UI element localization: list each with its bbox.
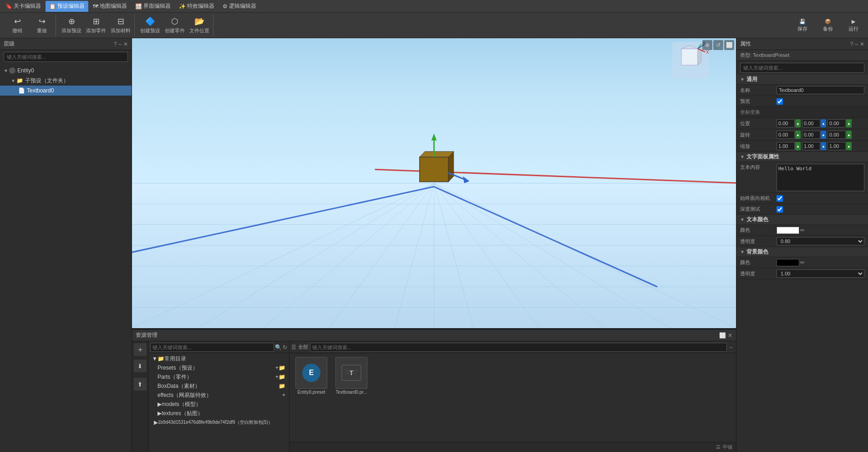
viewport-scene (132, 38, 736, 328)
text-color-swatch[interactable] (777, 227, 799, 234)
add-part-button[interactable]: ⊞ 添加零件 (84, 15, 108, 36)
scale-x-input[interactable] (777, 142, 795, 150)
position-z-up-btn[interactable]: ▲ (846, 119, 852, 127)
undo-button[interactable]: ↩ 撤销 (5, 15, 29, 36)
textboard-icon: 📄 (18, 87, 25, 94)
rotation-x-up-btn[interactable]: ▲ (795, 131, 801, 139)
ui-icon: 🪟 (135, 3, 142, 10)
asset-new-button[interactable]: ＋ (134, 343, 147, 356)
props-preview-value (777, 98, 864, 105)
tree-folder-icon: 📁 (157, 356, 164, 362)
asset-import-button[interactable]: ⬇ (134, 360, 147, 372)
save-button[interactable]: 💾 保存 (792, 15, 813, 36)
tree-item-entity0[interactable]: ▼ Entity0 (0, 66, 132, 76)
tree-item-textboard0[interactable]: 📄 Textboard0 (0, 86, 132, 96)
svg-text:T: T (350, 369, 354, 376)
props-help-button[interactable]: ? (850, 41, 853, 47)
menu-tab-effect[interactable]: ✨ 特效编辑器 (175, 1, 218, 12)
asset-tree-boxdata[interactable]: BoxData（素材） 📁 (148, 381, 289, 391)
scale-z-up-btn[interactable]: ▲ (846, 142, 852, 150)
run-icon: ▶ (852, 19, 855, 25)
scale-y-up-btn[interactable]: ▲ (821, 142, 826, 150)
props-minimize-button[interactable]: – (855, 41, 858, 47)
presets-add-icon: + (275, 365, 279, 371)
viewport-refresh-button[interactable]: ↺ (713, 40, 723, 50)
asset-filter-button[interactable]: 🔍 (275, 344, 282, 350)
create-part-button[interactable]: ⬡ 创建零件 (163, 15, 187, 36)
depth-test-checkbox[interactable] (777, 206, 783, 213)
preview-checkbox[interactable] (777, 98, 783, 105)
rotation-y-up-btn[interactable]: ▲ (821, 131, 826, 139)
asset-manager-maximize-button[interactable]: ⬜ (719, 332, 726, 339)
text-color-picker-icon[interactable]: ✏ (800, 227, 805, 234)
asset-manager-close-button[interactable]: ✕ (728, 332, 732, 339)
bg-color-swatch[interactable] (777, 259, 799, 266)
asset-tree-addon[interactable]: ▶ 1b9d43d1531e476d8fe49b9de74f2df9（空白附加包… (148, 418, 289, 427)
viewport[interactable]: Y X Z ⊕ ↺ ⬜ (132, 38, 736, 329)
backup-button[interactable]: 📦 备份 (817, 15, 839, 36)
rotation-z-up-btn[interactable]: ▲ (846, 131, 852, 139)
asset-right-search-input[interactable] (310, 343, 727, 352)
asset-tree-effects[interactable]: effects（网易版特效） + (148, 391, 289, 400)
position-y-input[interactable] (802, 119, 820, 127)
asset-back-button[interactable]: ← (729, 344, 734, 350)
props-section-textboard[interactable]: ▼ 文字面板属性 (736, 152, 868, 162)
file-location-button[interactable]: 📂 文件位置 (188, 15, 211, 36)
asset-right-toolbar: ☰ 全部 ← (289, 341, 736, 353)
asset-left-tree: 🔍 ↻ ▼ 📁 常用目录 Presets（预设） + 📁 (148, 341, 289, 452)
rotation-y-input[interactable] (802, 131, 820, 139)
props-search-input[interactable] (740, 63, 864, 73)
entity0-icon (9, 67, 15, 74)
menu-tab-bookmark[interactable]: 🔖 关卡编辑器 (2, 1, 45, 12)
add-preset-button[interactable]: ⊕ 添加预设 (60, 15, 83, 36)
asset-tree-common[interactable]: ▼ 📁 常用目录 (148, 354, 289, 363)
asset-item-textboard0[interactable]: T Textboard0.pr... (333, 357, 370, 438)
scale-z-input[interactable] (827, 142, 846, 150)
hierarchy-minimize-button[interactable]: – (118, 41, 122, 47)
text-opacity-select[interactable]: 0.80 (777, 237, 864, 245)
redo-button[interactable]: ↪ 重做 (30, 15, 54, 36)
position-y-up-btn[interactable]: ▲ (821, 119, 826, 127)
position-x-input[interactable] (777, 119, 795, 127)
asset-filter-all-button[interactable]: ☰ (291, 344, 296, 350)
asset-tree-search-input[interactable] (150, 343, 274, 352)
menu-tab-ui[interactable]: 🪟 界面编辑器 (132, 1, 174, 12)
addon-arrow: ▶ (154, 419, 158, 426)
always-face-camera-checkbox[interactable] (777, 195, 783, 202)
name-input[interactable] (777, 86, 864, 94)
scale-y-input[interactable] (802, 142, 820, 150)
asset-export-button[interactable]: ⬆ (134, 378, 147, 391)
rotation-x-input[interactable] (777, 131, 795, 139)
asset-tree-models[interactable]: ▶ models（模型） (148, 400, 289, 409)
menu-tab-preset[interactable]: 📋 预设编辑器 (46, 1, 88, 12)
viewport-maximize-button[interactable]: ⬜ (724, 40, 734, 50)
asset-tree-presets[interactable]: Presets（预设） + 📁 (148, 363, 289, 372)
asset-tree-textures[interactable]: ▶ textures（贴图） (148, 409, 289, 418)
run-button[interactable]: ▶ 运行 (843, 15, 864, 36)
props-section-general[interactable]: ▼ 通用 (736, 75, 868, 85)
props-section-text-color[interactable]: ▼ 文本颜色 (736, 215, 868, 225)
menu-tab-logic[interactable]: ⚙ 逻辑编辑器 (219, 1, 260, 12)
create-preset-button[interactable]: 🔷 创建预设 (138, 15, 162, 36)
text-content-textarea[interactable]: Hello World (777, 164, 864, 191)
menu-tab-map[interactable]: 🗺 地图编辑器 (89, 1, 131, 12)
props-section-bg-color[interactable]: ▼ 背景颜色 (736, 247, 868, 257)
scale-x-up-btn[interactable]: ▲ (795, 142, 801, 150)
hierarchy-help-button[interactable]: ? (114, 41, 117, 47)
hierarchy-search-input[interactable] (4, 52, 128, 62)
bg-opacity-select[interactable]: 1.00 (777, 269, 864, 278)
bg-color-picker-icon[interactable]: ✏ (800, 259, 805, 266)
hierarchy-close-button[interactable]: ✕ (123, 41, 128, 47)
textures-arrow: ▶ (157, 410, 162, 416)
rotation-z-input[interactable] (827, 131, 846, 139)
asset-refresh-button[interactable]: ↻ (283, 344, 287, 350)
add-material-button[interactable]: ⊟ 添加材料 (109, 15, 132, 36)
asset-tree-parts[interactable]: Parts（零件） + 📁 (148, 372, 289, 381)
asset-item-entity0[interactable]: E Entity0.preset (293, 357, 330, 438)
position-z-input[interactable] (827, 119, 846, 127)
tree-item-sub-preset[interactable]: ▼ 📁 子预设（文件夹） (0, 76, 132, 86)
position-x-up-btn[interactable]: ▲ (795, 119, 801, 127)
add-preset-icon: ⊕ (68, 16, 75, 26)
props-close-button[interactable]: ✕ (860, 41, 864, 47)
viewport-crosshair-button[interactable]: ⊕ (702, 40, 712, 50)
